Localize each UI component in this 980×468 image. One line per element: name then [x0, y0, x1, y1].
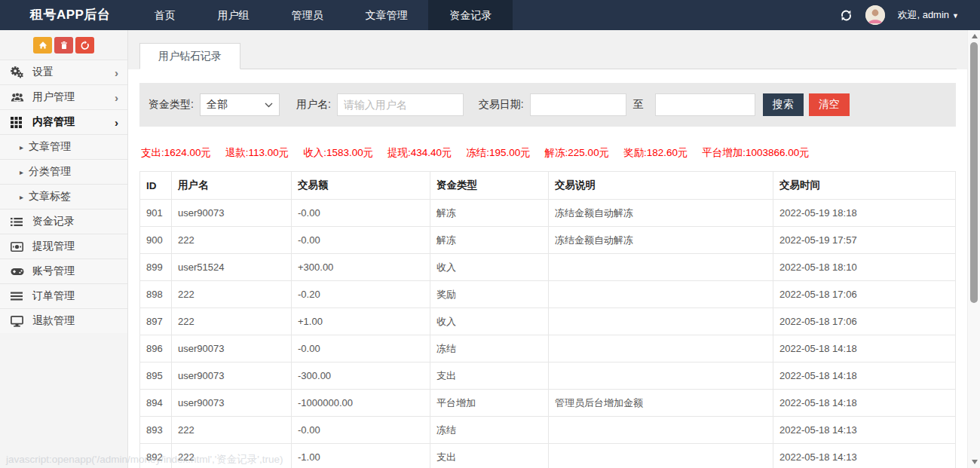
nav-item-admin[interactable]: 管理员	[270, 0, 344, 30]
cell-fund-type: 支出	[430, 444, 549, 468]
cell-fund-type: 解冻	[430, 227, 549, 254]
table-row[interactable]: 896 user90073 -0.00 冻结 2022-05-18 14:18	[140, 335, 956, 362]
cell-fund-type: 奖励	[430, 281, 549, 308]
table-row[interactable]: 895 user90073 -300.00 支出 2022-05-18 14:1…	[140, 362, 956, 390]
avatar[interactable]	[865, 5, 885, 25]
grid-icon	[11, 117, 26, 128]
nav-item-user-group[interactable]: 用户组	[196, 0, 270, 30]
sidebar-item-content-management[interactable]: 内容管理 ›	[0, 109, 127, 134]
fund-type-select[interactable]: 全部	[200, 93, 280, 116]
table-row[interactable]: 894 user90073 -1000000.00 平台增加 管理员后台增加金额…	[140, 390, 956, 417]
nav-item-home[interactable]: 首页	[133, 0, 196, 30]
admin-app: 租号APP后台 首页 用户组 管理员 文章管理 资金记录	[0, 0, 980, 468]
cell-amount: +300.00	[292, 254, 430, 281]
sidebar-subitem-category-management[interactable]: ▸ 分类管理	[0, 159, 127, 184]
stat-reward: 奖励:182.60元	[623, 147, 688, 158]
cell-id: 901	[140, 200, 172, 227]
gamepad-icon	[11, 268, 26, 276]
scroll-down-arrow[interactable]	[968, 456, 980, 468]
sidebar-item-fund-records[interactable]: 资金记录	[0, 209, 127, 234]
sidebar-item-account-management[interactable]: 账号管理	[0, 258, 127, 283]
username-label: 用户名:	[296, 98, 331, 112]
stat-frozen: 冻结:195.00元	[466, 147, 531, 158]
stat-withdraw: 提现:434.40元	[387, 147, 452, 158]
table-row[interactable]: 900 222 -0.00 解冻 冻结金额自动解冻 2022-05-19 17:…	[140, 227, 956, 254]
table-row[interactable]: 897 222 +1.00 收入 2022-05-18 17:06	[140, 308, 956, 335]
cell-id: 896	[140, 335, 172, 362]
nav-item-fund-records[interactable]: 资金记录	[428, 0, 513, 30]
date-from-input[interactable]	[530, 93, 626, 116]
cell-amount: -0.00	[292, 335, 430, 362]
cell-fund-type: 收入	[430, 308, 549, 335]
cell-time: 2022-05-18 14:18	[773, 335, 956, 362]
cell-amount: -1.00	[292, 444, 430, 468]
refresh-icon[interactable]	[840, 8, 853, 22]
cell-username: 222	[172, 308, 292, 335]
sidebar-item-order-management[interactable]: 订单管理	[0, 283, 127, 308]
vertical-scrollbar[interactable]	[967, 30, 980, 468]
header-username: 用户名	[172, 172, 292, 200]
sidebar-item-label: 设置	[32, 66, 115, 79]
records-table: ID 用户名 交易额 资金类型 交易说明 交易时间 901 user90073 …	[139, 171, 956, 468]
sidebar-item-user-management[interactable]: 用户管理 ›	[0, 84, 127, 109]
table-row[interactable]: 898 222 -0.20 奖励 2022-05-18 17:06	[140, 281, 956, 308]
search-button[interactable]: 搜索	[763, 93, 804, 116]
sidebar-item-label: 用户管理	[32, 90, 115, 104]
scrollbar-thumb[interactable]	[970, 42, 978, 303]
table-row[interactable]: 901 user90073 -0.00 解冻 冻结金额自动解冻 2022-05-…	[140, 200, 956, 227]
cell-username: 222	[172, 281, 292, 308]
chevron-down-icon	[265, 102, 273, 108]
reload-button[interactable]	[75, 37, 94, 54]
tab-user-diamond-records[interactable]: 用户钻石记录	[139, 43, 240, 69]
cell-description	[549, 281, 773, 308]
header-fund-type: 资金类型	[430, 172, 549, 200]
cell-fund-type: 收入	[430, 254, 549, 281]
cell-amount: +1.00	[292, 308, 430, 335]
sidebar-item-settings[interactable]: 设置 ›	[0, 60, 127, 84]
cell-id: 899	[140, 254, 172, 281]
nav-item-article-management[interactable]: 文章管理	[344, 0, 428, 30]
user-menu[interactable]: 欢迎, admin▼	[897, 8, 959, 22]
table-row[interactable]: 899 user51524 +300.00 收入 2022-05-18 18:1…	[140, 254, 956, 281]
trash-button[interactable]	[54, 37, 73, 54]
cell-time: 2022-05-19 17:57	[773, 227, 956, 254]
cell-fund-type: 冻结	[430, 417, 549, 444]
triangle-right-icon: ▸	[20, 168, 23, 176]
sidebar-item-refund-management[interactable]: 退款管理	[0, 308, 127, 333]
cell-username: user90073	[172, 362, 292, 390]
sidebar-item-label: 分类管理	[29, 165, 118, 179]
cell-id: 898	[140, 281, 172, 308]
stat-platform-add: 平台增加:1003866.00元	[702, 147, 810, 158]
cell-description: 管理员后台增加金额	[549, 390, 773, 417]
sidebar-item-label: 退款管理	[32, 314, 118, 328]
cell-username: user90073	[172, 335, 292, 362]
sidebar-item-label: 文章标签	[29, 190, 118, 203]
content-panel: 资金类型: 全部 用户名: 交易日期: 至 搜索 清空 支出:1624.00元 …	[128, 69, 967, 468]
triangle-right-icon: ▸	[20, 143, 23, 151]
cell-id: 900	[140, 227, 172, 254]
sidebar-toolbar	[0, 30, 127, 60]
cell-username: user90073	[172, 200, 292, 227]
clear-button[interactable]: 清空	[809, 93, 850, 116]
cell-time: 2022-05-18 17:06	[773, 308, 956, 335]
cell-time: 2022-05-18 14:13	[773, 417, 956, 444]
list-icon	[11, 217, 26, 227]
table-row[interactable]: 892 222 -1.00 支出 2022-05-18 14:13	[140, 444, 956, 468]
scroll-up-arrow[interactable]	[968, 30, 980, 42]
table-row[interactable]: 893 222 -0.00 冻结 2022-05-18 14:13	[140, 417, 956, 444]
home-button[interactable]	[33, 37, 52, 54]
cell-description	[549, 444, 773, 468]
cell-description	[549, 417, 773, 444]
bars-icon	[11, 292, 26, 301]
cell-id: 893	[140, 417, 172, 444]
date-to-input[interactable]	[655, 93, 755, 116]
chevron-right-icon: ›	[115, 92, 118, 103]
sidebar-subitem-article-tags[interactable]: ▸ 文章标签	[0, 184, 127, 209]
cell-fund-type: 支出	[430, 362, 549, 390]
welcome-text: 欢迎, admin	[897, 9, 949, 20]
sidebar-subitem-article-management[interactable]: ▸ 文章管理	[0, 134, 127, 159]
sidebar-item-withdrawal-management[interactable]: 提现管理	[0, 234, 127, 258]
username-input[interactable]	[337, 93, 464, 116]
main-content: 用户钻石记录 资金类型: 全部 用户名: 交易日期: 至 搜索 清空	[128, 30, 967, 468]
cell-time: 2022-05-18 14:18	[773, 362, 956, 390]
